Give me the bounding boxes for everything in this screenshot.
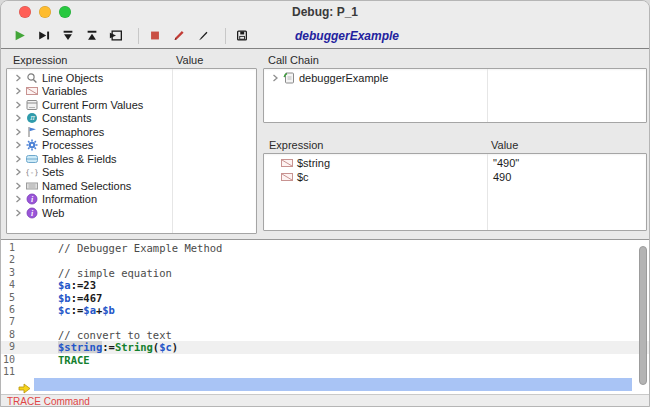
step-over-button[interactable] (35, 26, 56, 46)
chevron-right-icon[interactable] (271, 74, 282, 82)
status-bar: TRACE Command (1, 394, 649, 407)
code-token: // convert to text (58, 329, 172, 341)
watch-row-string[interactable]: $string"490" (264, 156, 646, 170)
tree-item-current-form-values[interactable]: Current Form Values (7, 98, 256, 112)
chevron-right-icon[interactable] (14, 74, 25, 82)
code-text: $a:=23 (34, 279, 96, 291)
panels-area: Expression Value Line ObjectsVariablesCu… (1, 49, 649, 239)
code-token: $b (102, 304, 115, 316)
window-title: Debug: P_1 (1, 1, 649, 23)
step-over-icon (37, 28, 51, 43)
line-number[interactable]: 3 (1, 267, 15, 279)
tree-item-label: Current Form Values (42, 99, 143, 111)
line-number[interactable]: 5 (1, 292, 15, 304)
line-number[interactable]: 11 (1, 366, 15, 378)
watch-column-header-value: Value (491, 139, 518, 151)
code-line-1[interactable]: 1// Debugger Example Method (1, 242, 649, 254)
code-text: $c:=$a+$b (34, 304, 115, 316)
line-number[interactable]: 1 (1, 242, 15, 254)
chevron-right-icon[interactable] (14, 128, 25, 136)
chevron-right-icon[interactable] (14, 195, 25, 203)
call-chain-item-label: debuggerExample (299, 72, 388, 84)
code-line-8[interactable]: 8// convert to text (1, 329, 649, 341)
chevron-right-icon[interactable] (14, 141, 25, 149)
code-token: $c (159, 341, 172, 353)
table-icon (25, 153, 39, 165)
tree-item-processes[interactable]: Processes (7, 139, 256, 153)
info-icon: i (25, 193, 39, 205)
watch-expression-cell: $string (264, 157, 487, 169)
chevron-right-icon[interactable] (14, 101, 25, 109)
call-chain-panel: debuggerExample (263, 68, 647, 123)
constants-icon: π (25, 112, 39, 124)
step-out-button[interactable] (83, 26, 104, 46)
abort-and-edit-button[interactable] (170, 26, 191, 46)
chevron-right-icon[interactable] (14, 155, 25, 163)
tree-item-label: Web (42, 207, 64, 219)
line-number[interactable]: 10 (1, 354, 15, 366)
code-line-3[interactable]: 3// simple equation (1, 267, 649, 279)
tree-item-label: Named Selections (42, 180, 131, 192)
code-token: 467 (83, 292, 102, 304)
magnifier-icon (25, 72, 39, 84)
step-into-process-button[interactable] (107, 26, 128, 46)
tree-item-label: Line Objects (42, 72, 103, 84)
pencil-icon (196, 28, 210, 43)
tree-item-tables-fields[interactable]: Tables & Fields (7, 152, 256, 166)
chevron-right-icon[interactable] (14, 209, 25, 217)
abort-button[interactable] (146, 26, 167, 46)
step-into-button[interactable] (59, 26, 80, 46)
code-line-2[interactable]: 2 (1, 254, 649, 266)
code-token: $a (58, 279, 71, 291)
editor-scrollbar-thumb[interactable] (639, 246, 647, 385)
method-icon (282, 72, 296, 84)
code-line-5[interactable]: 5$b:=467 (1, 292, 649, 304)
chevron-right-icon[interactable] (14, 87, 25, 95)
code-line-4[interactable]: 4$a:=23 (1, 279, 649, 291)
named-selection-icon (25, 180, 39, 192)
tree-item-sets[interactable]: {-}Sets (7, 166, 256, 180)
tree-item-label: Tables & Fields (42, 153, 117, 165)
code-line-7[interactable]: 7 (1, 316, 649, 328)
code-text: // convert to text (34, 329, 172, 341)
process-icon (25, 139, 39, 151)
chevron-right-icon[interactable] (14, 182, 25, 190)
call-chain-item-debuggerexample[interactable]: debuggerExample (264, 71, 646, 85)
expression-tree-panel: Line ObjectsVariablesCurrent Form Values… (6, 68, 257, 234)
edit-button[interactable] (194, 26, 215, 46)
tree-item-variables[interactable]: Variables (7, 85, 256, 99)
code-line-9[interactable]: 9$string:=String($c) (1, 341, 649, 353)
tree-item-label: Information (42, 193, 97, 205)
code-lines: 1// Debugger Example Method23// simple e… (1, 240, 649, 391)
line-number[interactable]: 6 (1, 304, 15, 316)
line-number[interactable]: 4 (1, 279, 15, 291)
semaphore-icon (25, 126, 39, 138)
tree-item-constants[interactable]: πConstants (7, 112, 256, 126)
chevron-right-icon[interactable] (14, 114, 25, 122)
chevron-right-icon[interactable] (14, 168, 25, 176)
watch-rows: $string"490"$c490 (264, 156, 646, 184)
line-number[interactable]: 9 (1, 341, 15, 353)
tree-item-semaphores[interactable]: Semaphores (7, 125, 256, 139)
code-line-6[interactable]: 6$c:=$a+$b (1, 304, 649, 316)
tree-item-web[interactable]: iWeb (7, 206, 256, 220)
code-token: // simple equation (58, 267, 172, 279)
form-icon (25, 99, 39, 111)
no-trace-button[interactable] (11, 26, 32, 46)
save-button[interactable] (233, 26, 254, 46)
code-editor[interactable]: 1// Debugger Example Method23// simple e… (1, 239, 649, 395)
tree-item-line-objects[interactable]: Line Objects (7, 71, 256, 85)
tree-item-named-selections[interactable]: Named Selections (7, 179, 256, 193)
tree-item-information[interactable]: iInformation (7, 193, 256, 207)
line-number[interactable]: 2 (1, 254, 15, 266)
editor-scrollbar[interactable] (637, 244, 647, 389)
line-number[interactable]: 7 (1, 316, 15, 328)
watch-row-c[interactable]: $c490 (264, 170, 646, 184)
code-text: // simple equation (34, 267, 172, 279)
line-number[interactable]: 8 (1, 329, 15, 341)
code-token: := (71, 304, 84, 316)
tree-column-divider (172, 69, 173, 233)
code-line-11[interactable]: 11 (1, 366, 649, 378)
code-line-10[interactable]: 10TRACE (1, 354, 649, 366)
svg-text:{-}: {-} (26, 168, 38, 177)
